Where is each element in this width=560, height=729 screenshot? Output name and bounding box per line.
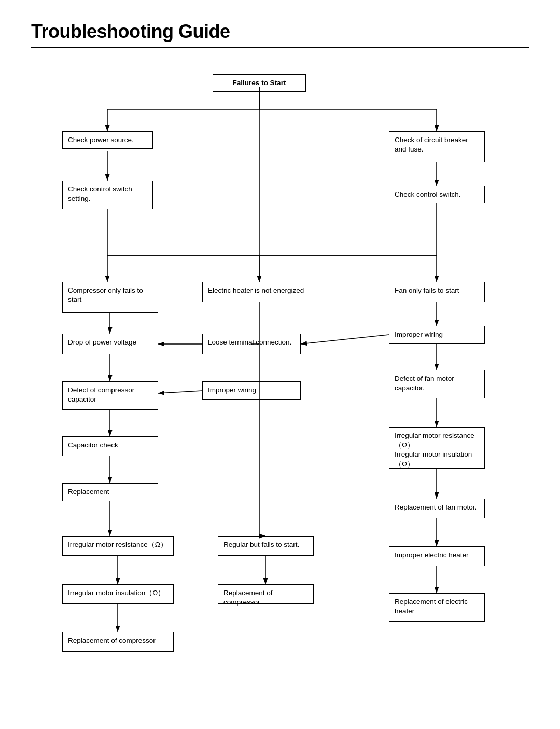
- box-irregular-motor-insulation: Irregular motor insulation（Ω）: [62, 584, 174, 604]
- box-regular-but-fails: Regular but fails to start.: [218, 536, 314, 556]
- box-check-circuit-breaker: Check of circuit breaker and fuse.: [389, 131, 485, 162]
- flowchart-diagram: Failures to Start Check power source. Ch…: [31, 64, 529, 718]
- box-replacement-of-electric-heater: Replacement of electric heater: [389, 593, 485, 622]
- box-replacement-compressor-bottom-left: Replacement of compressor: [62, 632, 174, 652]
- box-loose-terminal: Loose terminal connection.: [202, 334, 301, 354]
- box-replacement: Replacement: [62, 483, 158, 501]
- box-capacitor-check: Capacitor check: [62, 436, 158, 456]
- box-defect-compressor-capacitor: Defect of compressor capacitor: [62, 381, 158, 410]
- box-compressor-only-fails: Compressor only fails to start: [62, 282, 158, 313]
- box-check-power-source: Check power source.: [62, 131, 153, 149]
- box-improper-wiring-right: Improper wiring: [389, 326, 485, 344]
- svg-line-6: [158, 391, 202, 393]
- page-title: Troubleshooting Guide: [31, 21, 529, 43]
- svg-line-5: [301, 335, 389, 344]
- box-check-control-switch: Check control switch.: [389, 186, 485, 203]
- box-replacement-compressor-center: Replacement of compressor: [218, 584, 314, 604]
- box-drop-of-power-voltage: Drop of power voltage: [62, 334, 158, 354]
- box-improper-wiring-center: Improper wiring: [202, 381, 301, 400]
- box-fan-only-fails: Fan only fails to start: [389, 282, 485, 302]
- box-electric-heater-not-energized: Electric heater is not energized: [202, 282, 311, 302]
- box-check-control-switch-setting: Check control switch setting.: [62, 181, 153, 209]
- box-failures-to-start: Failures to Start: [213, 74, 306, 92]
- box-defect-fan-motor-capacitor: Defect of fan motor capacitor.: [389, 370, 485, 398]
- box-replacement-fan-motor: Replacement of fan motor.: [389, 499, 485, 518]
- box-improper-electric-heater: Improper electric heater: [389, 546, 485, 566]
- title-divider: [31, 47, 529, 48]
- box-irregular-motor-right: Irregular motor resistance（Ω） Irregular …: [389, 427, 485, 469]
- box-irregular-motor-resistance: Irregular motor resistance（Ω）: [62, 536, 174, 556]
